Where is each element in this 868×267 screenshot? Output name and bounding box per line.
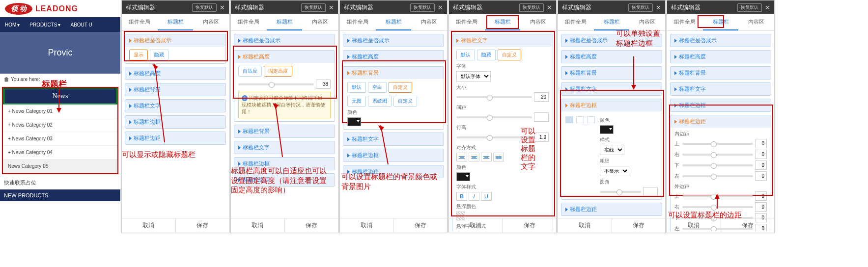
bg-custom-button[interactable]: 自定义 [389, 82, 412, 93]
section-header-bg[interactable]: 标题栏背景 [125, 83, 225, 96]
save-button[interactable]: 保存 [721, 218, 775, 233]
border-thick-select[interactable]: 不显示 [600, 166, 629, 176]
bg-blank-button[interactable]: 空白 [368, 82, 387, 93]
nav-products[interactable]: PRODUCTS▾ [25, 22, 65, 27]
spacing-slider[interactable] [456, 116, 532, 118]
section-header-height[interactable]: 标题栏高度 [343, 51, 444, 63]
tab-global[interactable]: 组件全局 [449, 14, 485, 30]
reset-button[interactable]: 恢复默认 [301, 3, 326, 12]
section-header-margin[interactable]: 标题栏边距 [671, 115, 771, 128]
tab-content[interactable]: 内容区 [738, 14, 774, 30]
bg-default-button[interactable]: 默认 [347, 82, 366, 93]
pad-bottom-slider[interactable] [682, 164, 753, 166]
section-header-margin[interactable]: 标题栏边距 [125, 132, 225, 144]
show-button[interactable]: 显示 [129, 50, 148, 60]
align-left-icon[interactable] [456, 153, 467, 161]
tab-global[interactable]: 组件全局 [340, 14, 376, 30]
section-header-height[interactable]: 标题栏高度 [671, 51, 771, 63]
section-header-show[interactable]: 标题栏是否展示 [343, 34, 444, 47]
align-center-icon[interactable] [469, 153, 479, 161]
spacing-input[interactable] [534, 112, 549, 122]
section-header-bg[interactable]: 标题栏背景 [343, 67, 444, 79]
italic-icon[interactable]: I [469, 192, 479, 201]
list-item[interactable]: + News Category 03 [3, 132, 117, 146]
bg-sys-button[interactable]: 系统图 [368, 96, 392, 107]
close-icon[interactable]: ✕ [547, 4, 552, 11]
save-button[interactable]: 保存 [393, 218, 448, 233]
align-right-icon[interactable] [481, 153, 492, 161]
section-header-height[interactable]: 标题栏高度 [561, 51, 662, 63]
tab-titlebar[interactable]: 标题栏 [158, 14, 194, 30]
tab-global[interactable]: 组件全局 [558, 14, 594, 30]
section-header-text[interactable]: 标题栏文字 [234, 141, 335, 154]
section-header-bg[interactable]: 标题栏背景 [561, 67, 662, 79]
size-slider[interactable] [456, 96, 532, 98]
cancel-button[interactable]: 取消 [340, 218, 393, 233]
tab-titlebar[interactable]: 标题栏 [376, 14, 412, 30]
text-custom-button[interactable]: 自定义 [498, 50, 521, 60]
border-side-selector[interactable] [565, 116, 595, 138]
close-icon[interactable]: ✕ [438, 4, 443, 11]
section-header-text[interactable]: 标题栏文字 [561, 83, 662, 95]
height-input[interactable] [316, 80, 331, 89]
cancel-button[interactable]: 取消 [558, 218, 612, 233]
section-header-show[interactable]: 标题栏是否展示 [234, 34, 335, 47]
pad-left-input[interactable] [755, 171, 767, 181]
save-button[interactable]: 保存 [503, 218, 557, 233]
height-slider[interactable] [238, 83, 314, 85]
radius-slider[interactable] [600, 191, 641, 193]
text-default-button[interactable]: 默认 [456, 50, 475, 60]
border-style-select[interactable]: 实线 [600, 145, 624, 155]
bg-custom2-button[interactable]: 自定义 [393, 96, 417, 107]
save-button[interactable]: 保存 [612, 218, 666, 233]
mar-top-input[interactable] [755, 191, 767, 201]
section-header-text[interactable]: 标题栏文字 [343, 133, 444, 145]
reset-button[interactable]: 恢复默认 [628, 3, 653, 12]
section-header-text[interactable]: 标题栏文字 [452, 34, 553, 47]
pad-top-slider[interactable] [682, 143, 753, 145]
list-item[interactable]: + News Category 01 [3, 105, 117, 118]
pad-right-slider[interactable] [682, 154, 753, 156]
tab-titlebar[interactable]: 标题栏 [267, 14, 303, 30]
save-button[interactable]: 保存 [175, 218, 229, 233]
bg-color-picker[interactable] [347, 117, 361, 126]
section-header-height[interactable]: 标题栏高度 [234, 51, 335, 63]
tab-global[interactable]: 组件全局 [122, 14, 158, 30]
reset-button[interactable]: 恢复默认 [737, 3, 762, 12]
close-icon[interactable]: ✕ [220, 4, 225, 11]
list-item[interactable]: + News Category 04 [3, 146, 117, 160]
hide-button[interactable]: 隐藏 [150, 50, 168, 60]
section-header-bg[interactable]: 标题栏背景 [234, 125, 335, 137]
section-header-margin[interactable]: 标题栏边距 [561, 203, 662, 215]
reset-button[interactable]: 恢复默认 [519, 3, 544, 12]
tab-titlebar[interactable]: 标题栏 [485, 14, 521, 30]
underline-icon[interactable]: U [481, 192, 492, 201]
tab-titlebar[interactable]: 标题栏 [703, 14, 739, 30]
tab-global[interactable]: 组件全局 [231, 14, 267, 30]
pad-top-input[interactable] [755, 139, 767, 148]
section-header-show[interactable]: 标题栏是否展示 [125, 34, 225, 47]
tab-global[interactable]: 组件全局 [667, 14, 703, 30]
list-item[interactable]: News Category 05 [3, 160, 117, 173]
nav-about[interactable]: ABOUT U [65, 22, 97, 27]
bg-none-button[interactable]: 无图 [347, 96, 366, 107]
save-button[interactable]: 保存 [284, 218, 338, 233]
section-header-text[interactable]: 标题栏文字 [671, 83, 771, 95]
pad-right-input[interactable] [755, 150, 767, 159]
section-header-text[interactable]: 标题栏文字 [125, 100, 225, 112]
text-color-picker[interactable] [456, 172, 470, 181]
tab-content[interactable]: 内容区 [302, 14, 338, 30]
cancel-button[interactable]: 取消 [449, 218, 503, 233]
reset-button[interactable]: 恢复默认 [410, 3, 435, 12]
border-color-picker[interactable] [600, 125, 614, 134]
cancel-button[interactable]: 取消 [122, 218, 175, 233]
size-input[interactable] [534, 92, 549, 102]
section-header-border[interactable]: 标题栏边框 [561, 99, 662, 111]
font-select[interactable]: 默认字体 [456, 71, 491, 81]
section-header-border[interactable]: 标题栏边框 [671, 99, 771, 111]
close-icon[interactable]: ✕ [329, 4, 334, 11]
pad-left-slider[interactable] [682, 175, 753, 177]
mar-top-slider[interactable] [682, 195, 753, 197]
section-header-border[interactable]: 标题栏边框 [125, 116, 225, 128]
tab-content[interactable]: 内容区 [193, 14, 229, 30]
